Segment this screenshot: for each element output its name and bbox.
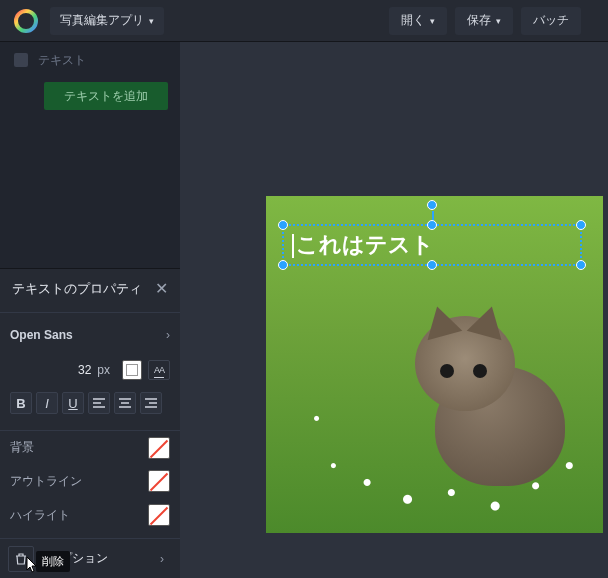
chevron-down-icon: ▾	[149, 16, 154, 26]
resize-handle-tm[interactable]	[427, 220, 437, 230]
outline-color-swatch[interactable]	[148, 470, 170, 492]
font-size-input[interactable]	[31, 363, 91, 377]
chevron-right-icon: ›	[166, 328, 170, 342]
options-button[interactable]: オプション ›	[40, 550, 172, 567]
rotate-handle[interactable]	[427, 200, 437, 210]
close-icon[interactable]: ✕	[155, 279, 168, 298]
canvas-text-layer[interactable]: これはテスト	[292, 230, 434, 260]
chevron-down-icon: ▾	[430, 16, 435, 26]
chevron-right-icon: ›	[160, 552, 164, 566]
outline-row: アウトライン	[0, 464, 180, 498]
highlight-row: ハイライト	[0, 498, 180, 532]
background-row: 背景	[0, 430, 180, 464]
image-canvas[interactable]: これはテスト	[266, 196, 603, 533]
bold-button[interactable]: B	[10, 392, 32, 414]
properties-title: テキストのプロパティ	[12, 280, 142, 298]
text-color-swatch[interactable]	[122, 360, 142, 380]
left-sidebar: テキスト テキストを追加 テキストのプロパティ ✕ Open Sans › px…	[0, 42, 180, 578]
text-properties-panel: テキストのプロパティ ✕ Open Sans › px AA B I U	[0, 268, 180, 578]
main: テキスト テキストを追加 テキストのプロパティ ✕ Open Sans › px…	[0, 42, 608, 578]
batch-label: バッチ	[533, 12, 569, 29]
background-color-swatch[interactable]	[148, 437, 170, 459]
underline-button[interactable]: U	[62, 392, 84, 414]
canvas-area[interactable]: これはテスト	[180, 42, 608, 578]
delete-button[interactable]	[8, 546, 34, 572]
tool-label: テキスト	[38, 52, 86, 69]
open-label: 開く	[401, 12, 425, 29]
bottom-actions: オプション ›	[0, 538, 180, 578]
resize-handle-tl[interactable]	[278, 220, 288, 230]
uppercase-toggle[interactable]: AA	[148, 360, 170, 380]
save-label: 保存	[467, 12, 491, 29]
chevron-down-icon: ▾	[496, 16, 501, 26]
open-button[interactable]: 開く ▾	[389, 7, 447, 35]
batch-button[interactable]: バッチ	[521, 7, 581, 35]
resize-handle-br[interactable]	[576, 260, 586, 270]
app-menu-label: 写真編集アプリ	[60, 12, 144, 29]
image-subject	[415, 306, 585, 496]
font-size-unit: px	[97, 363, 110, 377]
app-logo-icon	[14, 9, 38, 33]
align-center-button[interactable]	[114, 392, 136, 414]
resize-handle-bl[interactable]	[278, 260, 288, 270]
text-style-row: B I U	[0, 386, 180, 420]
highlight-label: ハイライト	[10, 507, 70, 524]
svg-point-0	[16, 11, 36, 31]
save-button[interactable]: 保存 ▾	[455, 7, 513, 35]
highlight-color-swatch[interactable]	[148, 504, 170, 526]
app-menu[interactable]: 写真編集アプリ ▾	[50, 7, 164, 35]
properties-header: テキストのプロパティ ✕	[0, 269, 180, 308]
resize-handle-tr[interactable]	[576, 220, 586, 230]
align-right-button[interactable]	[140, 392, 162, 414]
tool-header: テキスト	[0, 42, 180, 78]
trash-icon	[14, 552, 28, 566]
font-size-row: px AA	[0, 354, 180, 386]
background-label: 背景	[10, 439, 34, 456]
italic-button[interactable]: I	[36, 392, 58, 414]
text-tool-icon	[14, 53, 28, 67]
add-text-label: テキストを追加	[64, 88, 148, 105]
font-family-value: Open Sans	[10, 328, 73, 342]
outline-label: アウトライン	[10, 473, 82, 490]
align-left-button[interactable]	[88, 392, 110, 414]
resize-handle-bm[interactable]	[427, 260, 437, 270]
options-label: オプション	[48, 550, 108, 567]
font-family-row[interactable]: Open Sans ›	[0, 312, 180, 350]
top-bar: 写真編集アプリ ▾ 開く ▾ 保存 ▾ バッチ	[0, 0, 608, 42]
add-text-button[interactable]: テキストを追加	[44, 82, 168, 110]
top-actions: 開く ▾ 保存 ▾ バッチ	[389, 7, 581, 35]
text-selection-box[interactable]: これはテスト	[282, 224, 582, 266]
